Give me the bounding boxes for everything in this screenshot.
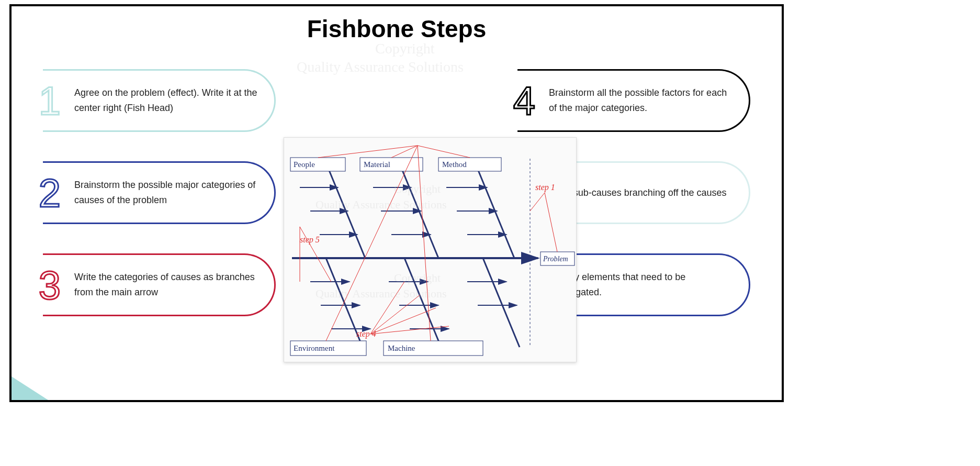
left-column: 1 Agree on the problem (effect). Write i… xyxy=(43,69,276,346)
step-text: Brainstorm all the possible factors for … xyxy=(543,85,737,116)
page-title: Fishbone Steps xyxy=(12,15,782,43)
slide-frame: Fishbone Steps Copyright Quality Assuran… xyxy=(9,4,784,402)
svg-line-2 xyxy=(329,169,365,258)
svg-line-36 xyxy=(545,193,557,252)
annotation-step5: step 5 xyxy=(300,235,320,245)
svg-line-34 xyxy=(326,146,418,341)
cat-label: Method xyxy=(442,160,467,169)
cat-label: People xyxy=(294,160,315,169)
fishbone-svg: People Material Method Environment Machi… xyxy=(284,138,577,363)
svg-line-37 xyxy=(530,193,545,211)
cat-label: Material xyxy=(364,160,390,169)
svg-line-43 xyxy=(370,326,449,334)
svg-line-7 xyxy=(483,258,520,347)
svg-line-42 xyxy=(370,308,436,334)
step-2: 2 Brainstorm the possible major categori… xyxy=(43,161,276,224)
cat-label: Machine xyxy=(388,344,415,352)
svg-line-40 xyxy=(370,282,404,334)
svg-line-4 xyxy=(478,169,514,258)
content-area: 1 Agree on the problem (effect). Write i… xyxy=(12,64,782,400)
svg-line-35 xyxy=(418,146,431,341)
annotation-step1: step 1 xyxy=(535,183,555,192)
step-4: 4 Brainstorm all the possible factors fo… xyxy=(517,69,750,132)
corner-decoration xyxy=(12,376,48,400)
category-box: People Material Method xyxy=(290,158,501,171)
step-text: Brainstorm the possible major categories… xyxy=(68,177,263,208)
step-number: 4 xyxy=(506,78,543,124)
step-number: 3 xyxy=(31,262,68,308)
step-number: 1 xyxy=(31,78,68,124)
step-text: Write the categories of causes as branch… xyxy=(68,270,263,300)
step-number: 2 xyxy=(31,170,68,216)
svg-line-31 xyxy=(318,146,418,158)
step-1: 1 Agree on the problem (effect). Write i… xyxy=(43,69,276,132)
cat-label: Environment xyxy=(294,344,335,352)
step-3: 3 Write the categories of causes as bran… xyxy=(43,253,276,316)
step-text: Agree on the problem (effect). Write it … xyxy=(68,85,263,116)
problem-head: Problem xyxy=(543,255,568,263)
svg-line-33 xyxy=(418,146,470,158)
svg-line-41 xyxy=(370,295,420,334)
annotation-step4: step 4 xyxy=(356,329,376,339)
fishbone-diagram: People Material Method Environment Machi… xyxy=(284,137,577,362)
